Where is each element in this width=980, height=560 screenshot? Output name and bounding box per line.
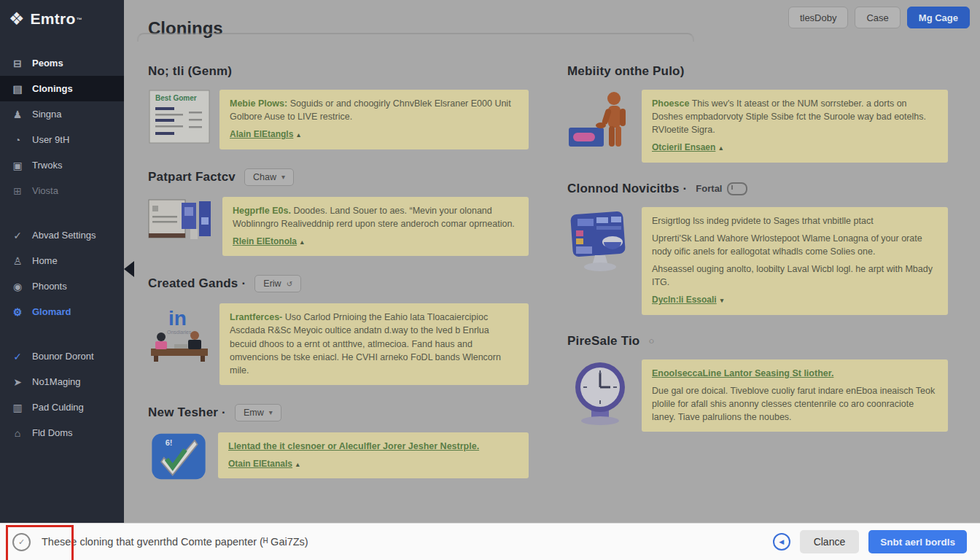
- dropdown-label: Chaw: [253, 172, 276, 182]
- sidebar-item-bounor-doront[interactable]: ✓ Bounor Doront: [0, 343, 124, 369]
- section-created-gands-header: Created Gands · Eriw↺: [148, 275, 529, 292]
- sidebar-item-pad-culding[interactable]: ▥ Pad Culding: [0, 394, 124, 420]
- sidebar-item-label: Viosta: [32, 185, 58, 196]
- sidebar-item-singna[interactable]: ♟ Singna: [0, 101, 124, 127]
- new-tesher-card: 6! Llentad the it clesnoer or Aleculfler…: [148, 432, 529, 481]
- sidebar-item-phoonts[interactable]: ◉ Phoonts: [0, 273, 124, 299]
- house-icon: ⌂: [11, 427, 24, 439]
- cancel-button[interactable]: Clance: [800, 530, 860, 553]
- sidebar-item-fld-doms[interactable]: ⌂ Fld Doms: [0, 420, 124, 446]
- expand-arrow-icon: ▾: [720, 296, 724, 306]
- section-no-tli-header: No; tli (Genm): [148, 64, 529, 79]
- sidebar-item-label: Glomard: [32, 306, 71, 317]
- chaw-dropdown[interactable]: Chaw▾: [244, 168, 294, 186]
- clonings-icon: ▤: [11, 83, 24, 95]
- sidebar-item-user-9th[interactable]: ◔ User 9tH: [0, 127, 124, 152]
- sidebar-item-no1maging[interactable]: ➤ No1Maging: [0, 369, 124, 394]
- link-label: Otain ElEtanals: [228, 459, 292, 469]
- submit-button[interactable]: Snbt aerl bordls: [868, 530, 967, 553]
- llentad-link[interactable]: Llentad the it clesnoer or Aleculfler Jo…: [228, 441, 479, 451]
- collapse-arrow-icon: ▴: [296, 460, 300, 470]
- mg-cage-button[interactable]: Mg Cage: [907, 7, 970, 28]
- mebiity-card: Phoesce This wev's It ateast or the NUM …: [567, 90, 948, 163]
- brand-logo-icon: ❖: [9, 9, 25, 28]
- created-gands-card: in Onsdiaries Lrantferces- Uso Carlod Pr…: [148, 303, 529, 385]
- note-body: Due gal ore doical. Tiveblove cuoliy far…: [652, 384, 938, 424]
- sidebar-item-label: Bounor Doront: [32, 351, 94, 362]
- otain-eletanals-link[interactable]: Otain ElEtanals▴: [228, 458, 300, 470]
- phoonts-icon: ◉: [11, 281, 24, 292]
- collapse-arrow-icon: ▴: [300, 238, 304, 247]
- webpage-thumbnail: [148, 197, 214, 242]
- sidebar-item-trwoks[interactable]: ▣ Trwoks: [0, 152, 124, 178]
- document-thumbnail: Best Gomer: [148, 90, 211, 144]
- chevron-down-icon: ▾: [281, 173, 285, 181]
- section-clonnod-header: Clonnod Novicitbs · Fortal: [567, 182, 948, 196]
- sidebar-pointer-notch: [124, 261, 134, 277]
- back-circle-icon[interactable]: ◀: [773, 533, 790, 551]
- link-label: Otcieril Ensaen: [652, 142, 715, 152]
- section-piresale-header: PireSale Tio ○: [567, 334, 948, 349]
- sidebar: ❖ Emtro™ ⊟ Peoms ▤ Clonings ♟ Singna ◔ U…: [0, 0, 124, 524]
- eriw-refresh-button[interactable]: Eriw↺: [254, 275, 301, 292]
- sidebar-item-glomard[interactable]: ⚙ Glomard: [0, 299, 124, 324]
- note-lead: Lrantferces-: [230, 312, 282, 322]
- user-icon: ◔: [11, 134, 24, 146]
- alain-eletangls-link[interactable]: Alain ElEtangls▴: [230, 128, 300, 141]
- office-illustration-thumbnail: in Onsdiaries: [148, 303, 211, 362]
- case-button[interactable]: Case: [855, 7, 900, 28]
- clonnod-note: Ersigrtlog lss indeg pvidete to Sages tr…: [642, 207, 948, 315]
- chevron-down-icon: ▾: [269, 408, 273, 416]
- emw-dropdown[interactable]: Emw▾: [235, 404, 281, 421]
- note-text: Phoesce This wev's It ateast or the NUM …: [652, 97, 938, 136]
- sidebar-item-abvad-settings[interactable]: ✓ Abvad Settings: [0, 222, 124, 248]
- otcieril-ensaen-link[interactable]: Otcieril Ensaen▴: [652, 141, 723, 154]
- sidebar-item-peoms[interactable]: ⊟ Peoms: [0, 50, 124, 76]
- note-lead: Phoesce: [652, 98, 689, 109]
- section-title: PireSale Tio: [567, 334, 639, 349]
- brand-name-text: Emtro: [31, 10, 76, 27]
- tlesdoby-button[interactable]: tlesDoby: [788, 7, 849, 28]
- note-text: EnoolseccaLine Lantor Seasing St liother…: [652, 367, 938, 380]
- rlein-eletonola-link[interactable]: Rlein ElEtonola▴: [233, 236, 304, 248]
- link-label: Alain ElEtangls: [230, 129, 293, 139]
- trademark-symbol: ™: [77, 17, 82, 23]
- check-badge-text: 6!: [166, 438, 173, 447]
- patpart-note: Hegprfle E0s. Doodes. Land Souer to aes.…: [222, 197, 529, 257]
- note-lead: Mebie Plows:: [230, 98, 287, 109]
- footer-actions: ◀ Clance Snbt aerl bordls: [773, 530, 967, 553]
- sidebar-item-clonings[interactable]: ▤ Clonings: [0, 76, 124, 101]
- sidebar-item-label: Fld Doms: [32, 427, 73, 438]
- collapse-arrow-icon: ▴: [719, 144, 723, 153]
- collapse-arrow-icon: ▴: [297, 131, 300, 140]
- section-new-tesher-header: New Tesher · Emw▾: [148, 404, 529, 421]
- computer-illustration-thumbnail: [567, 207, 633, 274]
- dycln-essoali-link[interactable]: Dycln:li Essoali▾: [652, 294, 723, 306]
- note-text-line3: Ahseassel ouging anolto, loobilty Laval …: [652, 262, 938, 289]
- section-patpart-header: Patpart Factcv Chaw▾: [148, 168, 529, 186]
- patpart-card: Hegprfle E0s. Doodes. Land Souer to aes.…: [148, 197, 529, 257]
- sidebar-item-home[interactable]: ♙ Home: [0, 248, 124, 273]
- blue-checkmark-icon: ✓: [11, 351, 24, 362]
- sidebar-item-viosta[interactable]: ⊞ Viosta: [0, 178, 124, 203]
- checkmark-app-thumbnail: 6!: [148, 432, 209, 481]
- note-text: Mebie Plows: Soguids or and choogirly Ch…: [230, 97, 518, 123]
- refresh-icon: ↺: [287, 280, 292, 288]
- sidebar-item-label: Home: [32, 255, 58, 266]
- sidebar-item-label: Pad Culding: [32, 402, 84, 413]
- button-label: Eriw: [263, 279, 281, 289]
- piresale-card: EnoolseccaLine Lantor Seasing St liother…: [567, 359, 948, 432]
- created-gands-note: Lrantferces- Uso Carlod Prnioing the Eah…: [219, 303, 529, 385]
- fortal-toggle[interactable]: Fortal: [696, 182, 747, 195]
- pad-icon: ▥: [11, 402, 24, 413]
- note-text: Hegprfle E0s. Doodes. Land Souer to aes.…: [233, 204, 518, 230]
- left-column: No; tli (Genm) Best Gomer Mebie Plows: S…: [148, 41, 529, 560]
- enoolsecca-link[interactable]: EnoolseccaLine Lantor Seasing St liother…: [652, 368, 833, 378]
- brand-name: Emtro™: [31, 9, 83, 28]
- link-label: Dycln:li Essoali: [652, 295, 717, 305]
- link-label: Rlein ElEtonola: [233, 236, 297, 246]
- sidebar-item-label: Trwoks: [32, 160, 62, 171]
- sidebar-item-label: Clonings: [32, 83, 73, 94]
- section-title: Patpart Factcv: [148, 170, 236, 184]
- sidebar-item-label: Singna: [32, 109, 61, 120]
